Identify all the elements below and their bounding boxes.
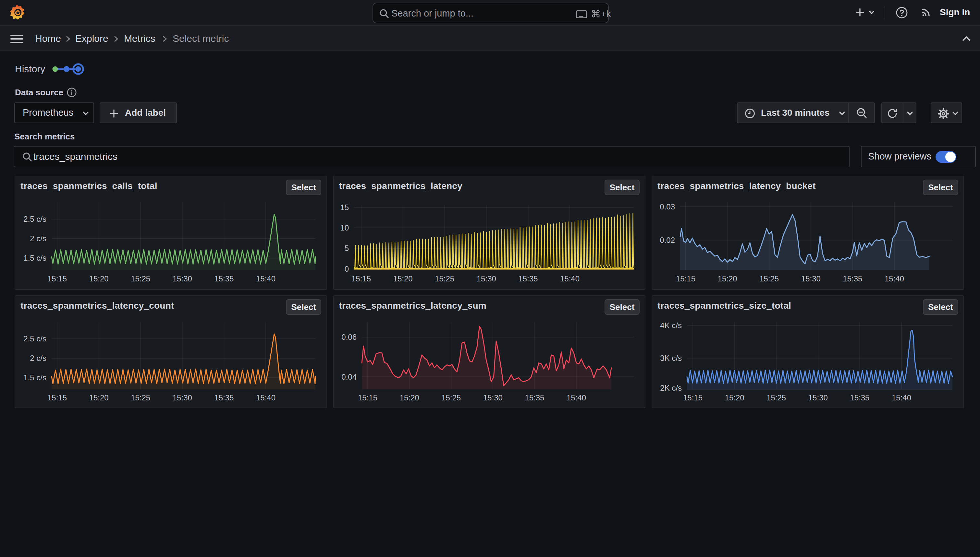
svg-text:15:40: 15:40 bbox=[256, 393, 276, 402]
svg-text:10: 10 bbox=[340, 223, 349, 232]
svg-text:15:15: 15:15 bbox=[47, 393, 67, 402]
svg-text:0.06: 0.06 bbox=[341, 333, 357, 341]
svg-text:15: 15 bbox=[340, 203, 349, 212]
svg-text:15:30: 15:30 bbox=[808, 393, 828, 402]
svg-text:15:20: 15:20 bbox=[89, 393, 109, 402]
svg-text:2.5 c/s: 2.5 c/s bbox=[23, 215, 46, 223]
svg-text:15:35: 15:35 bbox=[850, 393, 869, 402]
svg-text:15:15: 15:15 bbox=[683, 393, 702, 402]
svg-text:15:20: 15:20 bbox=[399, 393, 419, 402]
svg-text:5: 5 bbox=[344, 244, 348, 252]
svg-text:15:25: 15:25 bbox=[131, 274, 150, 283]
svg-text:15:35: 15:35 bbox=[214, 393, 234, 402]
svg-text:15:40: 15:40 bbox=[892, 393, 911, 402]
svg-text:2 c/s: 2 c/s bbox=[30, 354, 47, 363]
svg-text:15:30: 15:30 bbox=[476, 274, 496, 283]
svg-text:15:25: 15:25 bbox=[766, 393, 786, 402]
svg-text:15:25: 15:25 bbox=[760, 274, 779, 283]
svg-text:1.5 c/s: 1.5 c/s bbox=[23, 254, 46, 262]
svg-text:15:20: 15:20 bbox=[725, 393, 745, 402]
svg-text:15:25: 15:25 bbox=[131, 393, 150, 402]
svg-text:15:20: 15:20 bbox=[393, 274, 412, 283]
svg-text:15:30: 15:30 bbox=[173, 274, 192, 283]
svg-text:15:20: 15:20 bbox=[89, 274, 109, 283]
svg-text:15:40: 15:40 bbox=[560, 274, 580, 283]
svg-text:15:30: 15:30 bbox=[173, 393, 192, 402]
svg-text:2K c/s: 2K c/s bbox=[660, 384, 682, 392]
svg-text:15:15: 15:15 bbox=[358, 393, 377, 402]
svg-text:15:25: 15:25 bbox=[441, 393, 461, 402]
svg-text:0.03: 0.03 bbox=[660, 202, 675, 211]
svg-text:15:15: 15:15 bbox=[676, 274, 696, 283]
svg-text:15:25: 15:25 bbox=[435, 274, 454, 283]
svg-text:15:40: 15:40 bbox=[567, 393, 586, 402]
svg-text:0: 0 bbox=[344, 265, 348, 273]
svg-text:1.5 c/s: 1.5 c/s bbox=[23, 373, 46, 382]
svg-text:15:30: 15:30 bbox=[483, 393, 502, 402]
svg-text:0.04: 0.04 bbox=[341, 373, 357, 381]
svg-text:15:40: 15:40 bbox=[885, 274, 904, 283]
svg-text:15:40: 15:40 bbox=[256, 274, 276, 283]
svg-text:15:15: 15:15 bbox=[47, 274, 67, 283]
svg-text:3K c/s: 3K c/s bbox=[660, 354, 682, 363]
svg-text:2 c/s: 2 c/s bbox=[30, 234, 47, 243]
svg-text:15:20: 15:20 bbox=[718, 274, 737, 283]
svg-text:15:15: 15:15 bbox=[351, 274, 371, 283]
svg-text:15:35: 15:35 bbox=[843, 274, 862, 283]
svg-text:15:30: 15:30 bbox=[801, 274, 821, 283]
svg-text:2.5 c/s: 2.5 c/s bbox=[23, 334, 46, 343]
svg-text:0.02: 0.02 bbox=[660, 236, 675, 244]
svg-text:15:35: 15:35 bbox=[214, 274, 234, 283]
svg-text:15:35: 15:35 bbox=[518, 274, 538, 283]
svg-text:15:35: 15:35 bbox=[525, 393, 544, 402]
svg-text:4K c/s: 4K c/s bbox=[660, 321, 682, 330]
